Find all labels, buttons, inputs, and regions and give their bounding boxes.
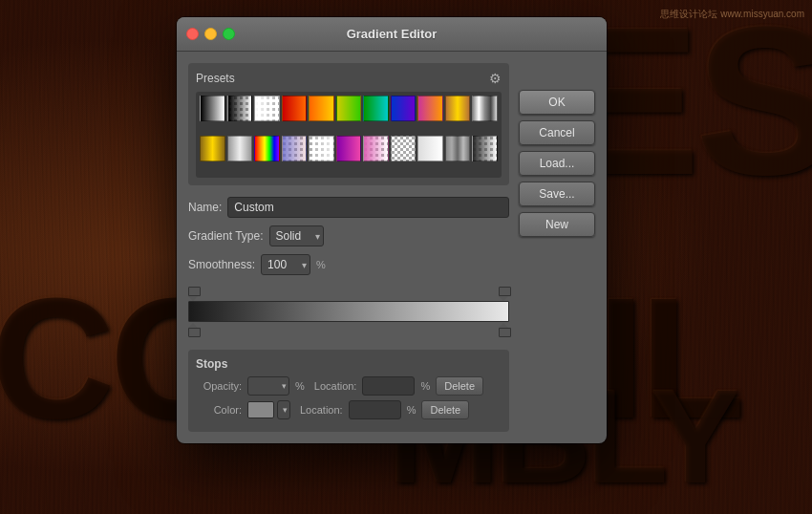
color-location-unit: % [407, 404, 417, 416]
left-panel: Presets ⚙ [188, 63, 509, 432]
opacity-location-unit: % [420, 380, 430, 392]
preset-chrome[interactable] [472, 96, 498, 121]
preset-transparent-white[interactable] [309, 136, 334, 161]
maximize-button[interactable] [223, 28, 235, 40]
opacity-field-label: Opacity: [196, 380, 242, 392]
gradient-bar[interactable] [188, 301, 509, 322]
preset-silver[interactable] [227, 136, 253, 161]
opacity-select-wrapper [247, 376, 289, 396]
preset-violet-orange[interactable] [417, 96, 443, 121]
name-row: Name: [188, 197, 509, 218]
gradient-preview-container [188, 287, 509, 336]
right-panel: OK Cancel Load... Save... New [519, 63, 595, 432]
smoothness-select-wrapper: 100 75 50 [261, 254, 310, 275]
color-stop-marker-right[interactable] [499, 323, 509, 335]
preset-green-cyan[interactable] [363, 96, 389, 121]
preset-black-white[interactable] [200, 96, 225, 121]
opacity-percent: % [295, 380, 305, 392]
opacity-stop-marker-right[interactable] [499, 287, 509, 299]
preset-black-transparent[interactable] [227, 96, 253, 121]
stops-title: Stops [196, 357, 502, 371]
smoothness-label: Smoothness: [188, 258, 255, 271]
ok-button[interactable]: OK [519, 90, 595, 115]
title-bar: Gradient Editor [177, 17, 607, 52]
preset-light-gray[interactable] [417, 136, 443, 161]
color-delete-button[interactable]: Delete [421, 400, 469, 419]
color-swatch[interactable] [247, 401, 274, 418]
name-input[interactable] [227, 197, 509, 218]
opacity-stop-right[interactable] [499, 287, 509, 300]
color-stops [188, 323, 509, 336]
name-label: Name: [188, 201, 222, 214]
preset-copper[interactable] [445, 96, 471, 121]
opacity-delete-button[interactable]: Delete [436, 376, 483, 396]
smoothness-select[interactable]: 100 75 50 [261, 254, 310, 275]
smoothness-row: Smoothness: 100 75 50 % [188, 254, 509, 275]
save-button[interactable]: Save... [519, 182, 595, 206]
presets-header: Presets ⚙ [196, 71, 502, 86]
new-button[interactable]: New [519, 212, 595, 237]
opacity-select[interactable] [247, 376, 289, 396]
dialog-body: Presets ⚙ [177, 52, 607, 443]
preset-noise[interactable] [445, 136, 471, 161]
preset-orange-yellow[interactable] [309, 96, 334, 121]
color-stops-row: Color: Location: % Delete [196, 400, 502, 419]
opacity-stop-left[interactable] [188, 287, 199, 300]
stops-section: Stops Opacity: % Location: % Delete [188, 350, 509, 432]
color-location-input[interactable] [349, 400, 401, 419]
color-stop-marker-left[interactable] [188, 323, 199, 335]
preset-blue[interactable] [391, 96, 417, 121]
color-type-select[interactable] [277, 400, 290, 419]
preset-pink-transparent[interactable] [363, 136, 389, 161]
gradient-type-select[interactable]: Solid Noise [269, 225, 324, 246]
opacity-location-label: Location: [314, 380, 357, 392]
color-location-label: Location: [300, 404, 343, 416]
cancel-button[interactable]: Cancel [519, 120, 595, 145]
color-field-label: Color: [196, 404, 242, 416]
dialog-title: Gradient Editor [347, 27, 438, 41]
settings-icon[interactable]: ⚙ [489, 71, 502, 86]
opacity-stops [188, 287, 509, 300]
preset-custom-transparent[interactable] [282, 136, 308, 161]
opacity-location-input[interactable] [362, 376, 415, 396]
preset-red[interactable] [282, 96, 308, 121]
smoothness-unit: % [316, 259, 326, 270]
color-stop-right[interactable] [499, 323, 509, 336]
preset-purple-pink[interactable] [336, 136, 362, 161]
preset-checker-only[interactable] [391, 136, 417, 161]
preset-white-transparent[interactable] [254, 96, 280, 121]
gradient-editor-dialog: Gradient Editor Presets ⚙ [177, 17, 607, 443]
color-stop-left[interactable] [188, 323, 199, 336]
gradient-type-row: Gradient Type: Solid Noise [188, 225, 509, 246]
presets-grid [196, 92, 502, 178]
presets-section: Presets ⚙ [188, 63, 509, 185]
color-type-wrapper [277, 400, 290, 419]
opacity-stops-row: Opacity: % Location: % Delete [196, 376, 502, 396]
window-controls [186, 28, 235, 40]
preset-rainbow[interactable] [254, 136, 280, 161]
minimize-button[interactable] [204, 28, 217, 40]
opacity-stop-marker-left[interactable] [188, 287, 199, 299]
gradient-type-label: Gradient Type: [188, 229, 264, 243]
preset-yellow-green[interactable] [336, 96, 362, 121]
watermark: 思维设计论坛 www.missyuan.com [660, 8, 804, 21]
close-button[interactable] [186, 28, 199, 40]
gradient-type-select-wrapper: Solid Noise [269, 225, 324, 246]
presets-label: Presets [196, 72, 235, 85]
preset-dark-transparent[interactable] [472, 136, 498, 161]
load-button[interactable]: Load... [519, 151, 595, 176]
preset-gold[interactable] [200, 136, 225, 161]
